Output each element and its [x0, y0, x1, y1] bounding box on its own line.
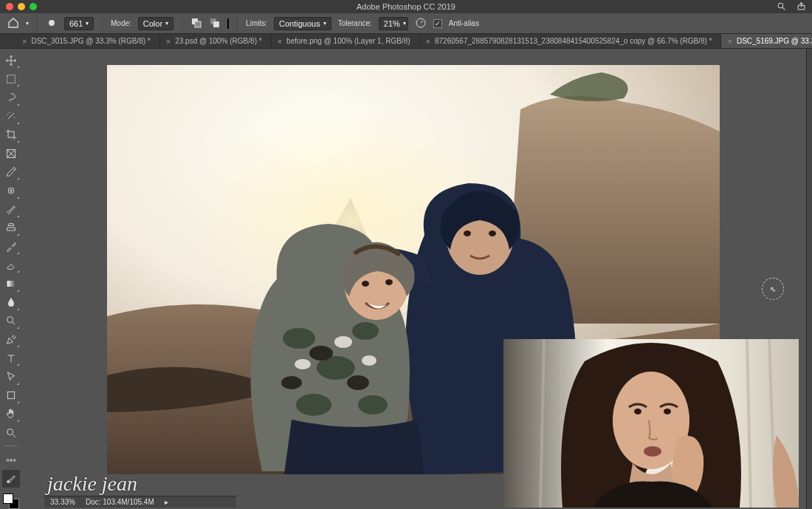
pen-tool[interactable]: [2, 331, 20, 348]
eyedropper-tool[interactable]: [2, 163, 20, 180]
close-tab-icon[interactable]: ×: [166, 37, 171, 46]
svg-point-36: [281, 376, 302, 389]
color-wells[interactable]: [3, 493, 19, 509]
shape-tool[interactable]: [2, 387, 20, 404]
svg-point-37: [334, 336, 352, 348]
svg-rect-14: [7, 281, 16, 287]
svg-point-27: [489, 230, 496, 236]
svg-point-35: [347, 375, 369, 390]
svg-point-33: [358, 395, 388, 414]
path-select-tool[interactable]: [2, 368, 20, 385]
tolerance-value: 21%: [384, 19, 400, 28]
move-tool[interactable]: [2, 52, 20, 69]
edit-toolbar-icon[interactable]: [2, 451, 20, 468]
clone-stamp-tool[interactable]: [2, 219, 20, 236]
antialias-checkbox[interactable]: ✓: [433, 19, 442, 28]
svg-point-41: [362, 281, 369, 287]
dodge-tool[interactable]: [2, 312, 20, 329]
tolerance-field[interactable]: 21% ▾: [379, 17, 408, 30]
zoom-level[interactable]: 33.33%: [50, 498, 75, 506]
color-swatch[interactable]: [227, 19, 229, 28]
workspace: ⇖ jackie jean: [0, 49, 812, 509]
svg-point-31: [352, 322, 379, 340]
svg-point-17: [7, 428, 13, 434]
sample-fg-icon[interactable]: [190, 17, 202, 30]
close-tab-icon[interactable]: ×: [727, 37, 732, 46]
home-icon[interactable]: [7, 17, 19, 30]
doc-size: Doc: 103.4M/105.4M: [86, 498, 154, 506]
svg-point-0: [778, 3, 783, 8]
close-tab-icon[interactable]: ×: [278, 37, 282, 46]
brush-size-field[interactable]: 661 ▾: [64, 17, 94, 30]
brush-preset-icon[interactable]: [46, 17, 58, 30]
maximize-window-button[interactable]: [30, 3, 37, 10]
chevron-down-icon[interactable]: ▾: [26, 20, 29, 27]
minimize-window-button[interactable]: [18, 3, 25, 10]
pressure-icon[interactable]: [415, 17, 427, 30]
gradient-tool[interactable]: [2, 275, 20, 292]
history-brush-tool[interactable]: [2, 238, 20, 255]
document-tabs: × DSC_3015.JPG @ 33.3% (RGB/8) * × 23.ps…: [0, 34, 812, 49]
brush-size-value: 661: [69, 19, 83, 28]
mode-value: Color: [143, 19, 162, 28]
svg-point-19: [7, 459, 9, 461]
cursor-arrow-icon: ⇖: [770, 285, 776, 293]
marquee-tool[interactable]: [2, 70, 20, 87]
panel-dock[interactable]: [806, 49, 812, 509]
hand-tool[interactable]: [2, 406, 20, 423]
svg-point-21: [13, 459, 16, 461]
status-menu-icon[interactable]: ▸: [165, 498, 168, 506]
document-tab[interactable]: × before.png @ 100% (Layer 1, RGB/8): [272, 34, 420, 48]
close-window-button[interactable]: [6, 3, 13, 10]
mode-select[interactable]: Color ▾: [138, 17, 173, 30]
crop-tool[interactable]: [2, 126, 20, 143]
svg-point-22: [7, 481, 10, 483]
healing-tool[interactable]: [2, 182, 20, 199]
status-bar: 33.33% Doc: 103.4M/105.4M ▸: [44, 496, 236, 508]
titlebar: Adobe Photoshop CC 2019: [0, 0, 812, 13]
window-controls: [0, 3, 37, 10]
frame-tool[interactable]: [2, 145, 20, 162]
svg-point-42: [385, 279, 393, 285]
svg-point-51: [644, 446, 661, 457]
limits-label: Limits:: [246, 19, 267, 27]
sample-bg-icon[interactable]: [209, 17, 221, 30]
wand-tool[interactable]: [2, 108, 20, 125]
brush-tool[interactable]: [2, 201, 20, 218]
tab-label: DSC_3015.JPG @ 33.3% (RGB/8) *: [31, 37, 150, 45]
limits-value: Contiguous: [279, 19, 320, 28]
foreground-color[interactable]: [3, 493, 13, 504]
tolerance-label: Tolerance:: [338, 19, 372, 27]
eraser-tool[interactable]: [2, 256, 20, 273]
limits-select[interactable]: Contiguous ▾: [274, 17, 331, 30]
svg-point-38: [295, 359, 311, 369]
color-replace-tool[interactable]: [2, 470, 20, 487]
zoom-tool[interactable]: [2, 424, 20, 441]
tools-panel: [0, 49, 22, 509]
document-tab[interactable]: × DSC_3015.JPG @ 33.3% (RGB/8) *: [16, 34, 160, 48]
svg-point-32: [296, 394, 331, 416]
share-icon[interactable]: [796, 1, 806, 13]
svg-point-20: [10, 459, 13, 461]
document-tab[interactable]: × 87260567_2885790828131513_238084841540…: [420, 34, 722, 48]
document-tab[interactable]: × DSC_5169.JPG @ 33.3% (RGB/8) *: [721, 34, 812, 48]
type-tool[interactable]: [2, 349, 20, 366]
mode-label: Mode:: [111, 19, 131, 27]
svg-point-34: [309, 346, 333, 361]
blur-tool[interactable]: [2, 294, 20, 311]
svg-point-49: [634, 409, 641, 414]
svg-rect-16: [7, 392, 14, 399]
document-tab[interactable]: × 23.psd @ 100% (RGB/8) *: [160, 34, 272, 48]
tool-divider: [4, 445, 18, 447]
svg-rect-7: [213, 21, 219, 27]
webcam-overlay: [503, 339, 799, 508]
close-tab-icon[interactable]: ×: [22, 37, 27, 46]
svg-point-39: [362, 355, 376, 366]
watermark-text: jackie jean: [47, 472, 137, 496]
svg-line-1: [782, 7, 785, 10]
canvas-area[interactable]: ⇖ jackie jean: [22, 49, 806, 509]
lasso-tool[interactable]: [2, 89, 20, 106]
tab-label: 23.psd @ 100% (RGB/8) *: [175, 37, 261, 45]
close-tab-icon[interactable]: ×: [426, 37, 430, 46]
search-icon[interactable]: [777, 1, 786, 13]
